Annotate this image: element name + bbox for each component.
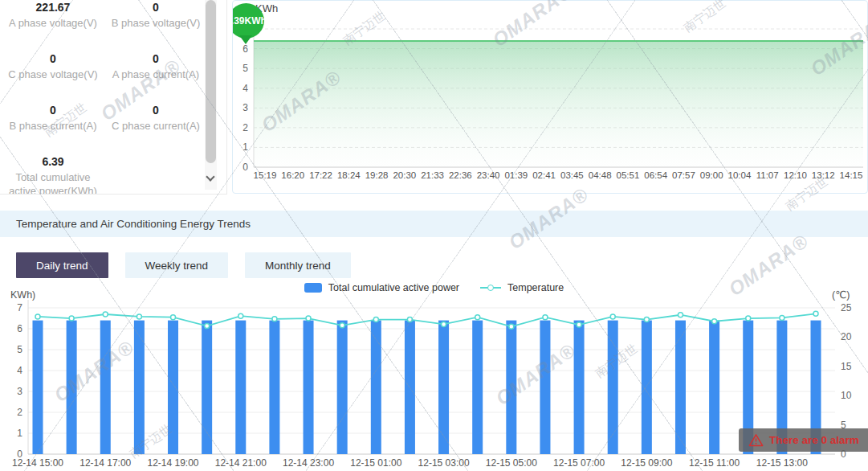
svg-text:12:10: 12:10 — [784, 170, 807, 180]
bar[interactable] — [134, 321, 145, 454]
power-area — [254, 41, 863, 167]
svg-text:2: 2 — [242, 122, 248, 133]
metric-label: A phase voltage(V) — [9, 16, 97, 30]
svg-text:19:28: 19:28 — [365, 170, 389, 180]
svg-text:06:54: 06:54 — [644, 170, 667, 180]
x-axis-labels: 15:1916:2017:2218:2419:2820:3021:3322:36… — [254, 170, 863, 180]
power-marker-label: 6.39KWh — [232, 15, 267, 27]
svg-text:12-15 05:00: 12-15 05:00 — [486, 457, 537, 469]
metric-label: B phase current(A) — [9, 119, 96, 133]
temperature-line — [38, 313, 816, 326]
y-axis-labels: 01234567 — [242, 23, 248, 173]
warning-triangle-icon — [748, 433, 764, 447]
section-title: Temperature and Air Conditioning Energy … — [16, 211, 251, 237]
svg-text:11:07: 11:07 — [756, 170, 779, 180]
svg-text:12-15 03:00: 12-15 03:00 — [418, 457, 470, 469]
bar[interactable] — [202, 321, 212, 454]
svg-text:14:15: 14:15 — [840, 170, 863, 180]
bar[interactable] — [438, 321, 449, 454]
bar[interactable] — [540, 321, 550, 454]
bar[interactable] — [235, 321, 246, 454]
bar[interactable] — [472, 321, 483, 454]
svg-text:04:48: 04:48 — [589, 170, 612, 180]
metric-label: A phase current(A) — [112, 68, 199, 81]
svg-text:15: 15 — [841, 361, 852, 372]
metric-a-phase-current: 0 A phase current(A) — [112, 51, 199, 103]
svg-text:1: 1 — [17, 428, 22, 439]
cumulative-power-chart-card[interactable]: 01234567KWh15:1916:2017:2218:2419:2820:3… — [232, 0, 868, 194]
metric-value: 0 — [8, 52, 97, 65]
x-axis-labels: 12-14 15:0012-14 17:0012-14 19:0012-14 2… — [12, 457, 808, 469]
alarm-badge[interactable]: There are 0 alarm — [739, 428, 868, 452]
metric-total-active-power: 6.39 Total cumulative active power(KWh) — [2, 154, 104, 195]
power-bars — [33, 321, 821, 454]
svg-text:17:22: 17:22 — [309, 170, 332, 180]
svg-text:6: 6 — [242, 43, 248, 55]
svg-text:22:36: 22:36 — [449, 170, 472, 180]
bar[interactable] — [405, 321, 415, 454]
bar[interactable] — [67, 321, 77, 454]
metric-c-phase-current: 0 C phase current(A) — [112, 103, 200, 154]
svg-text:12-14 21:00: 12-14 21:00 — [215, 457, 267, 469]
svg-text:01:39: 01:39 — [504, 170, 528, 180]
bar[interactable] — [574, 321, 585, 454]
svg-text:12-15 01:00: 12-15 01:00 — [350, 457, 401, 469]
metric-label: C phase current(A) — [112, 119, 200, 133]
bar[interactable] — [304, 321, 314, 454]
bar[interactable] — [608, 321, 618, 454]
svg-text:13:12: 13:12 — [812, 170, 835, 180]
metric-c-phase-voltage: 0 C phase voltage(V) — [8, 51, 97, 103]
svg-text:10: 10 — [841, 390, 852, 401]
bar[interactable] — [675, 321, 686, 454]
svg-text:15:19: 15:19 — [254, 170, 277, 180]
bar[interactable] — [371, 321, 381, 454]
svg-text:12-15 13:00: 12-15 13:00 — [756, 457, 808, 469]
metric-value: 0 — [112, 1, 201, 14]
svg-text:12-14 19:00: 12-14 19:00 — [147, 457, 198, 469]
bar[interactable] — [100, 321, 111, 454]
svg-text:5: 5 — [17, 344, 22, 355]
svg-text:12-14 23:00: 12-14 23:00 — [283, 457, 334, 469]
svg-text:KWh): KWh) — [10, 289, 35, 301]
svg-text:12-15 07:00: 12-15 07:00 — [553, 457, 605, 469]
svg-text:23:40: 23:40 — [477, 170, 500, 180]
metric-label: Total cumulative active power(KWh) — [2, 170, 104, 195]
bar[interactable] — [337, 321, 348, 454]
metric-value: 0 — [9, 104, 96, 117]
svg-text:02:41: 02:41 — [532, 170, 556, 180]
scrollbar-thumb[interactable] — [206, 0, 216, 163]
svg-text:20: 20 — [841, 331, 852, 342]
svg-text:16:20: 16:20 — [281, 170, 304, 180]
svg-text:25: 25 — [841, 302, 852, 313]
metrics-scrollbar[interactable] — [205, 0, 217, 190]
cumulative-power-chart: 01234567KWh15:1916:2017:2218:2419:2820:3… — [233, 1, 867, 193]
bar[interactable] — [33, 321, 43, 454]
temperature-markers — [35, 311, 818, 329]
svg-text:4: 4 — [17, 365, 22, 376]
svg-text:18:24: 18:24 — [337, 170, 361, 180]
svg-text:05:51: 05:51 — [617, 170, 640, 180]
svg-text:12-14 15:00: 12-14 15:00 — [12, 457, 63, 469]
svg-text:(℃): (℃) — [832, 289, 850, 301]
tab-weekly-trend[interactable]: Weekly trend — [125, 252, 229, 278]
svg-text:4: 4 — [242, 83, 248, 94]
device-metrics-panel: 221.67 A phase voltage(V) 0 B phase volt… — [0, 0, 227, 195]
chevron-down-icon[interactable] — [207, 174, 215, 182]
metric-value: 221.67 — [9, 1, 97, 14]
metric-label: B phase voltage(V) — [112, 16, 201, 30]
tab-daily-trend[interactable]: Daily trend — [16, 252, 108, 278]
bar[interactable] — [506, 321, 516, 454]
metric-value: 6.39 — [2, 155, 104, 168]
svg-text:3: 3 — [17, 386, 22, 397]
metric-b-phase-current: 0 B phase current(A) — [9, 103, 96, 154]
bar[interactable] — [269, 321, 279, 454]
trend-tabs: Daily trend Weekly trend Monthly trend — [16, 252, 368, 278]
svg-text:12-15 11:00: 12-15 11:00 — [689, 457, 740, 469]
bar[interactable] — [709, 321, 719, 454]
temperature-energy-chart[interactable]: 012345670510152025KWh)(℃)12-14 15:0012-1… — [0, 286, 868, 471]
bar[interactable] — [168, 321, 178, 454]
svg-text:10:04: 10:04 — [728, 170, 752, 180]
tab-monthly-trend[interactable]: Monthly trend — [245, 252, 351, 278]
svg-text:07:57: 07:57 — [672, 170, 695, 180]
bar[interactable] — [642, 321, 652, 454]
